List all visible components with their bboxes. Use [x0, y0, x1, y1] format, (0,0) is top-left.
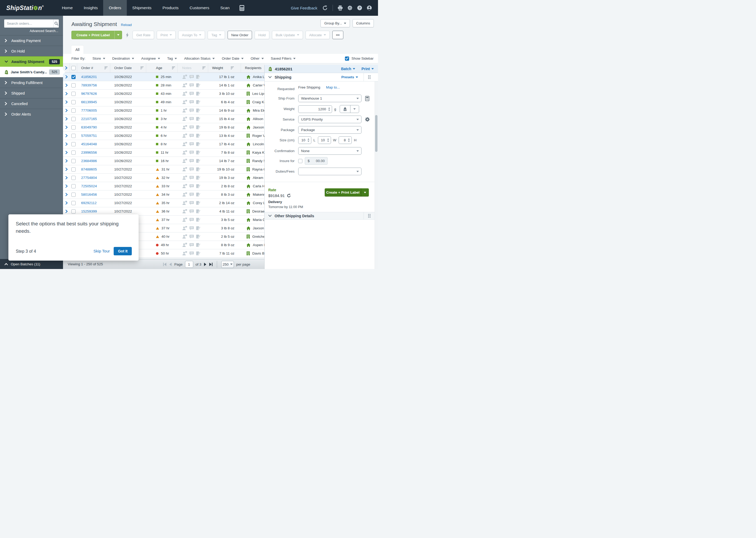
- expand-row-icon[interactable]: [63, 81, 70, 89]
- order-number-link[interactable]: 45164048: [77, 142, 97, 146]
- buyer-note-icon[interactable]: [182, 117, 187, 121]
- order-row[interactable]: 9679762610/26/202243 min3 lb 10 ozLeo Li…: [63, 89, 265, 98]
- weight-options-caret[interactable]: [350, 105, 359, 113]
- note-to-buyer-icon[interactable]: [189, 100, 194, 104]
- internal-note-icon[interactable]: [196, 243, 201, 247]
- column-header-order[interactable]: Order #: [77, 63, 110, 73]
- panel-create-print-label-button[interactable]: Create + Print Label: [325, 188, 369, 196]
- settings-gear-icon[interactable]: [348, 6, 352, 10]
- calculator-nav-icon[interactable]: [239, 5, 244, 11]
- service-settings-gear-icon[interactable]: [365, 117, 370, 122]
- prev-page-icon[interactable]: [169, 263, 172, 266]
- last-page-icon[interactable]: [209, 263, 213, 266]
- map-to-link[interactable]: Map to...: [326, 85, 340, 89]
- filter-store[interactable]: Store: [92, 56, 105, 60]
- column-header-notes[interactable]: Notes: [178, 63, 208, 73]
- nav-item-products[interactable]: Products: [157, 0, 184, 16]
- select-all-checkbox[interactable]: [70, 63, 77, 73]
- cta-caret[interactable]: [361, 188, 369, 196]
- order-number-link[interactable]: 72505024: [77, 184, 97, 188]
- internal-note-icon[interactable]: [196, 100, 201, 104]
- package-select[interactable]: Package: [298, 126, 361, 134]
- row-checkbox[interactable]: [71, 176, 75, 180]
- filter-saved-filters[interactable]: Saved Filters: [271, 56, 296, 60]
- order-number-link[interactable]: 27754804: [77, 176, 97, 180]
- internal-note-icon[interactable]: [196, 117, 201, 121]
- next-page-icon[interactable]: [204, 263, 207, 266]
- assign-to-button[interactable]: Assign To: [178, 31, 205, 39]
- filter-tag[interactable]: Tag: [167, 56, 177, 60]
- internal-note-icon[interactable]: [196, 134, 201, 138]
- note-to-buyer-icon[interactable]: [189, 159, 194, 163]
- got-it-button[interactable]: Got It: [114, 247, 132, 255]
- buyer-note-icon[interactable]: [182, 108, 187, 113]
- order-row[interactable]: 2368498610/26/202216 hr14 lb 7 ozRandy S…: [63, 157, 265, 165]
- buyer-note-icon[interactable]: [182, 209, 187, 214]
- service-select[interactable]: USPS Priority: [298, 116, 361, 123]
- row-checkbox[interactable]: [71, 108, 75, 113]
- order-row[interactable]: 2399655610/26/202211 hr7 lb 8 ozKaiya Ke: [63, 148, 265, 157]
- chevron-down-icon[interactable]: [268, 76, 272, 78]
- filter-other[interactable]: Other: [251, 56, 264, 60]
- print-button[interactable]: Print: [157, 31, 176, 39]
- order-row[interactable]: 7770600510/26/20221 hr14 lb 9 ozMira Eks: [63, 106, 265, 115]
- buyer-note-icon[interactable]: [182, 150, 187, 155]
- expand-row-icon[interactable]: [63, 140, 70, 148]
- search-input[interactable]: [4, 20, 53, 27]
- nav-item-insights[interactable]: Insights: [78, 0, 103, 16]
- stepper-icon[interactable]: [328, 107, 330, 111]
- row-checkbox[interactable]: [71, 167, 75, 172]
- order-number-link[interactable]: 78939756: [77, 83, 97, 87]
- sidebar-item-pending-fulfillment[interactable]: Pending Fulfillment: [0, 77, 63, 88]
- buyer-note-icon[interactable]: [182, 226, 187, 230]
- new-order-button[interactable]: New Order: [228, 31, 252, 39]
- note-to-buyer-icon[interactable]: [189, 117, 194, 121]
- expand-row-icon[interactable]: [63, 165, 70, 173]
- sort-icon[interactable]: [229, 67, 234, 69]
- other-shipping-details-section[interactable]: Other Shipping Details: [264, 212, 375, 220]
- sort-icon[interactable]: [200, 67, 206, 69]
- note-to-buyer-icon[interactable]: [189, 176, 194, 180]
- expand-row-icon[interactable]: [63, 98, 70, 106]
- internal-note-icon[interactable]: [196, 201, 201, 205]
- create-print-label-button[interactable]: Create + Print Label: [71, 31, 122, 39]
- print-dropdown[interactable]: Print: [361, 67, 374, 71]
- size-length-input[interactable]: 10: [298, 136, 311, 144]
- item-button[interactable]: •••: [332, 31, 343, 39]
- internal-note-icon[interactable]: [196, 150, 201, 155]
- buyer-note-icon[interactable]: [182, 167, 187, 172]
- order-row[interactable]: 7893975610/26/202228 min14 lb 1 ozCarter…: [63, 81, 265, 89]
- sidebar-item-shipped[interactable]: Shipped: [0, 88, 63, 98]
- internal-note-icon[interactable]: [196, 167, 201, 172]
- note-to-buyer-icon[interactable]: [189, 243, 194, 247]
- expand-row-icon[interactable]: [63, 89, 70, 98]
- note-to-buyer-icon[interactable]: [189, 150, 194, 155]
- expand-row-icon[interactable]: [63, 199, 70, 207]
- get-rate-button[interactable]: Get Rate: [132, 31, 154, 39]
- per-page-select[interactable]: 250: [221, 261, 234, 268]
- note-to-buyer-icon[interactable]: [189, 75, 194, 79]
- internal-note-icon[interactable]: [196, 209, 201, 214]
- shipstation-logo[interactable]: ShipStatin®: [6, 4, 44, 12]
- size-width-input[interactable]: 10: [318, 136, 331, 144]
- row-checkbox[interactable]: [71, 92, 75, 96]
- note-to-buyer-icon[interactable]: [189, 83, 194, 87]
- first-page-icon[interactable]: [163, 263, 166, 266]
- sidebar-item-order-alerts[interactable]: Order Alerts: [0, 109, 63, 119]
- note-to-buyer-icon[interactable]: [189, 251, 194, 256]
- buyer-note-icon[interactable]: [182, 201, 187, 205]
- allocate-button[interactable]: Allocate: [306, 31, 330, 39]
- advanced-search-link[interactable]: Advanced Search...: [0, 28, 63, 35]
- buyer-note-icon[interactable]: [182, 234, 187, 239]
- order-row[interactable]: 2775480410/27/202232 hr19 lb 3 ozAbram G: [63, 174, 265, 182]
- buyer-note-icon[interactable]: [182, 184, 187, 188]
- help-icon[interactable]: ?: [357, 6, 362, 10]
- internal-note-icon[interactable]: [196, 234, 201, 239]
- row-checkbox[interactable]: [71, 184, 75, 188]
- column-header-recipients[interactable]: Recipients: [241, 63, 265, 73]
- column-header-weight[interactable]: Weight: [208, 63, 241, 73]
- order-number-link[interactable]: 23684986: [77, 159, 97, 163]
- order-number-link[interactable]: 87488605: [77, 167, 97, 171]
- insure-checkbox[interactable]: [298, 159, 303, 163]
- note-to-buyer-icon[interactable]: [189, 108, 194, 113]
